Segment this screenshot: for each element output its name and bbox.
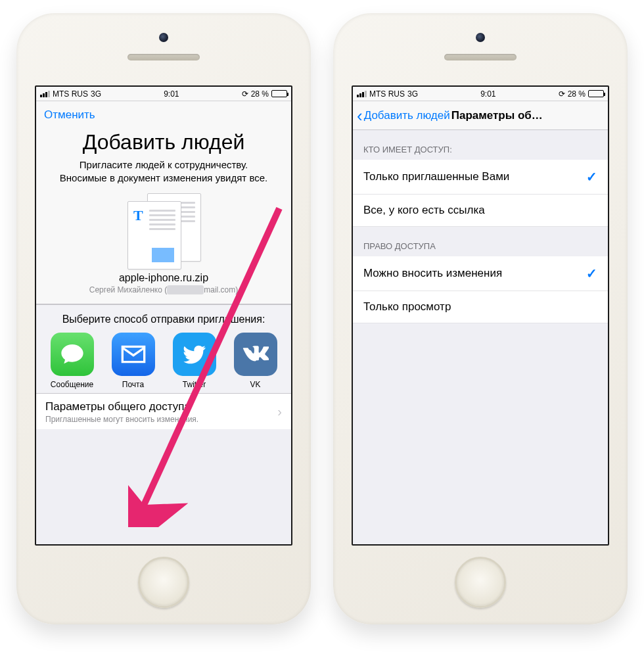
nav-bar: Отменить — [36, 101, 291, 129]
share-label: Twitter — [167, 380, 222, 389]
battery-pct: 28 % — [568, 89, 586, 99]
nav-bar: ‹ Добавить людей Параметры об… — [353, 101, 608, 130]
share-label: Почта — [106, 380, 161, 389]
nav-title: Параметры об… — [451, 109, 543, 122]
file-owner: Сергей Михайленко (xxmail.com) — [36, 285, 291, 294]
mail-icon — [112, 333, 155, 376]
chevron-right-icon: › — [277, 404, 282, 419]
share-section: Выберите способ отправки приглашения: Со… — [36, 304, 291, 394]
share-mail[interactable]: Почта — [106, 333, 161, 389]
share-header: Выберите способ отправки приглашения: — [36, 313, 291, 333]
owner-name: Сергей Михайленко ( — [89, 285, 167, 294]
battery-icon — [588, 90, 604, 97]
screen-right: MTS RUS 3G 9:01 ⟳ 28 % ‹ Добавить людей … — [352, 85, 609, 546]
checkmark-icon: ✓ — [586, 169, 597, 185]
option-can-edit[interactable]: Можно вносить изменения ✓ — [353, 256, 608, 291]
back-button[interactable]: ‹ Добавить людей — [357, 109, 450, 122]
share-vk[interactable]: VK — [228, 333, 283, 389]
phone-left: MTS RUS 3G 9:01 ⟳ 28 % Отменить Добавить… — [16, 13, 311, 624]
phone-right: MTS RUS 3G 9:01 ⟳ 28 % ‹ Добавить людей … — [333, 13, 628, 624]
row-title: Параметры общего доступа — [45, 400, 282, 413]
page-subtitle: Пригласите людей к сотрудничеству. Вноси… — [36, 158, 291, 193]
camera — [476, 33, 485, 42]
clock: 9:01 — [164, 89, 179, 99]
home-button[interactable] — [455, 557, 506, 608]
share-messages[interactable]: Сообщение — [45, 333, 100, 389]
carrier-label: MTS RUS — [369, 89, 405, 99]
clock: 9:01 — [480, 89, 495, 99]
orientation-lock-icon: ⟳ — [559, 89, 565, 99]
option-label: Можно вносить изменения — [363, 267, 502, 280]
signal-icon — [357, 91, 367, 97]
signal-icon — [40, 91, 50, 97]
owner-email-blurred: xx — [167, 285, 204, 294]
twitter-icon — [173, 333, 216, 376]
messages-icon — [51, 333, 94, 376]
option-view-only[interactable]: Только просмотр — [353, 291, 608, 323]
back-label: Добавить людей — [364, 109, 450, 122]
carrier-label: MTS RUS — [53, 89, 88, 99]
page-title: Добавить людей — [36, 129, 291, 158]
speaker-grille — [127, 54, 200, 60]
sharing-options-row[interactable]: Параметры общего доступа Приглашенные мо… — [36, 394, 291, 429]
cancel-button[interactable]: Отменить — [44, 108, 95, 122]
option-label: Только просмотр — [363, 300, 451, 314]
home-button[interactable] — [138, 557, 189, 608]
camera — [159, 33, 168, 42]
option-anyone-with-link[interactable]: Все, у кого есть ссылка — [353, 195, 608, 227]
network-label: 3G — [91, 89, 101, 99]
option-label: Все, у кого есть ссылка — [363, 204, 485, 217]
orientation-lock-icon: ⟳ — [242, 89, 248, 99]
checkmark-icon: ✓ — [586, 266, 597, 281]
battery-icon — [271, 90, 287, 97]
option-invited-only[interactable]: Только приглашенные Вами ✓ — [353, 160, 608, 195]
status-bar: MTS RUS 3G 9:01 ⟳ 28 % — [353, 87, 608, 101]
option-label: Только приглашенные Вами — [363, 170, 509, 183]
owner-domain: mail.com) — [204, 285, 238, 294]
screen-left: MTS RUS 3G 9:01 ⟳ 28 % Отменить Добавить… — [35, 85, 292, 546]
status-bar: MTS RUS 3G 9:01 ⟳ 28 % — [36, 87, 291, 101]
group-header-access: КТО ИМЕЕТ ДОСТУП: — [353, 130, 608, 160]
file-block: T apple-iphone.ru.zip Сергей Михайленко … — [36, 193, 291, 304]
battery-pct: 28 % — [251, 89, 269, 99]
share-label: Сообщение — [45, 380, 100, 389]
share-label: VK — [228, 380, 283, 389]
file-icon: T — [36, 193, 291, 272]
file-name: apple-iphone.ru.zip — [36, 272, 291, 284]
network-label: 3G — [407, 89, 418, 99]
settings-body: КТО ИМЕЕТ ДОСТУП: Только приглашенные Ва… — [353, 130, 608, 544]
group-header-permission: ПРАВО ДОСТУПА — [353, 227, 608, 256]
share-twitter[interactable]: Twitter — [167, 333, 222, 389]
vk-icon — [234, 333, 277, 376]
speaker-grille — [444, 54, 517, 60]
row-subtitle: Приглашенные могут вносить изменения. — [45, 415, 282, 424]
